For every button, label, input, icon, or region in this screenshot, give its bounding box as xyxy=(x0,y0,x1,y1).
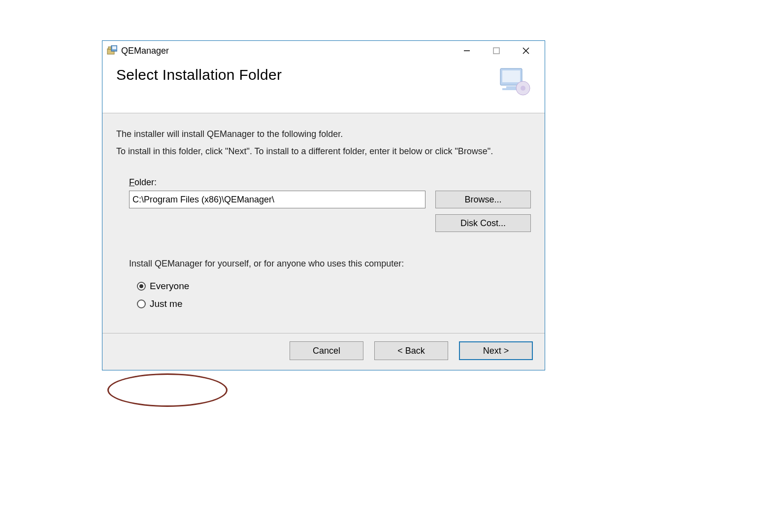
instruction-line-2: To install in this folder, click "Next".… xyxy=(116,146,531,157)
svg-point-13 xyxy=(521,86,525,91)
svg-rect-10 xyxy=(506,86,516,88)
radio-icon xyxy=(137,299,146,308)
svg-rect-3 xyxy=(112,46,116,49)
radio-everyone[interactable]: Everyone xyxy=(137,281,531,292)
radio-everyone-label: Everyone xyxy=(150,281,189,292)
titlebar: QEManager xyxy=(102,41,545,61)
browse-button[interactable]: Browse... xyxy=(435,191,531,208)
radio-just-me[interactable]: Just me xyxy=(137,299,531,309)
installer-art-icon xyxy=(497,66,533,96)
dialog-header: Select Installation Folder xyxy=(102,61,545,113)
svg-rect-5 xyxy=(493,48,499,54)
window-title: QEManager xyxy=(121,46,169,56)
installer-dialog: QEManager Select Installation Folder xyxy=(102,40,545,370)
disk-cost-button[interactable]: Disk Cost... xyxy=(435,214,531,232)
dialog-body: The installer will install QEManager to … xyxy=(102,113,545,333)
folder-path-input[interactable] xyxy=(129,191,425,208)
scope-question: Install QEManager for yourself, or for a… xyxy=(129,259,531,269)
close-button[interactable] xyxy=(511,42,541,60)
radio-just-me-label: Just me xyxy=(150,299,183,309)
svg-rect-9 xyxy=(502,70,520,82)
page-title: Select Installation Folder xyxy=(116,66,282,83)
minimize-button[interactable] xyxy=(452,42,482,60)
back-button[interactable]: < Back xyxy=(374,341,448,360)
folder-section: Folder: Browse... Disk Cost... xyxy=(116,177,531,232)
cancel-button[interactable]: Cancel xyxy=(290,341,363,360)
next-button[interactable]: Next > xyxy=(459,341,533,360)
folder-label: Folder: xyxy=(129,177,157,188)
instruction-line-1: The installer will install QEManager to … xyxy=(116,129,531,139)
dialog-footer: Cancel < Back Next > xyxy=(102,333,545,370)
installer-app-icon xyxy=(106,45,117,56)
maximize-button[interactable] xyxy=(482,42,511,60)
radio-icon xyxy=(137,282,146,291)
annotation-highlight-ellipse xyxy=(107,373,228,407)
install-scope-section: Install QEManager for yourself, or for a… xyxy=(129,259,531,309)
